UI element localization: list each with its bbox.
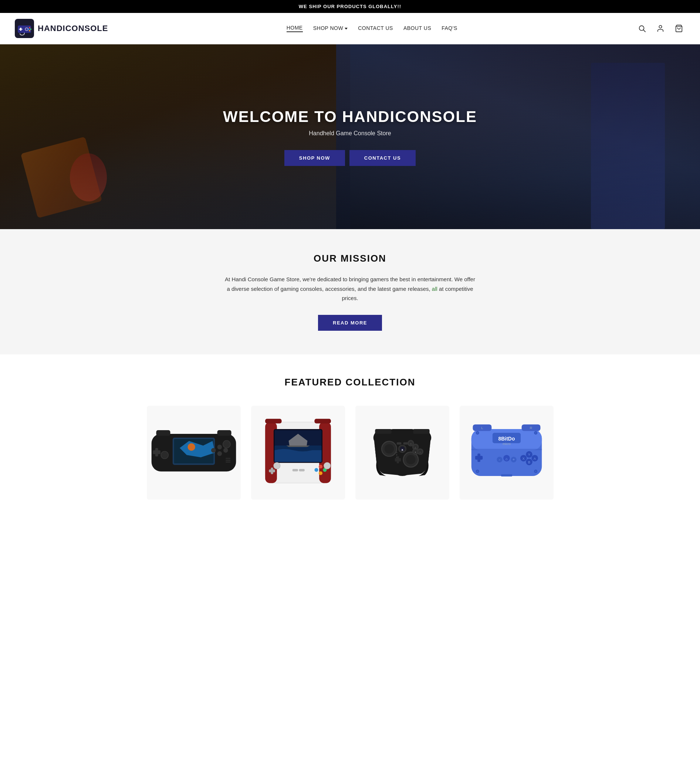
svg-point-75 [396, 456, 397, 458]
svg-rect-67 [413, 429, 430, 434]
svg-text:+: + [512, 457, 515, 461]
svg-text:Y: Y [528, 453, 530, 456]
hero-subtitle: Handheld Game Console Store [223, 130, 477, 137]
svg-rect-45 [299, 469, 304, 471]
svg-rect-44 [292, 469, 298, 471]
svg-point-20 [223, 448, 228, 453]
cart-button[interactable] [673, 22, 685, 35]
nav-about-us[interactable]: ABOUT US [403, 25, 431, 32]
hero-content: WELCOME TO HANDICONSOLE Handheld Game Co… [223, 108, 477, 166]
controller-black-icon: △ ○ □ ✕ X [355, 415, 449, 490]
svg-text:B: B [528, 460, 530, 464]
svg-rect-78 [471, 449, 541, 450]
brand-name: HANDICONSOLE [38, 24, 108, 33]
product-image-4: 8BitDo micro Y A X B [460, 406, 554, 500]
hero-shop-now-button[interactable]: SHOP NOW [284, 150, 345, 166]
nav-faqs[interactable]: FAQ'S [441, 25, 457, 32]
logo-link[interactable]: HANDICONSOLE [15, 19, 108, 38]
svg-point-74 [396, 454, 397, 456]
mission-section: OUR MISSION At Handi Console Game Store,… [0, 229, 700, 354]
svg-point-25 [161, 451, 168, 459]
svg-point-38 [273, 462, 280, 469]
svg-point-49 [384, 444, 393, 453]
svg-point-16 [187, 443, 195, 450]
logo-icon [15, 19, 34, 38]
cart-icon [675, 25, 683, 33]
nav-shop-now[interactable]: SHOP NOW [313, 25, 348, 32]
svg-rect-68 [397, 442, 401, 445]
rg-console-icon [251, 415, 345, 490]
svg-text:micro: micro [503, 442, 511, 446]
svg-point-6 [30, 28, 31, 30]
featured-section: FEATURED COLLECTION [0, 354, 700, 520]
svg-point-42 [318, 471, 322, 475]
svg-rect-66 [375, 429, 391, 434]
product-card-2[interactable] [251, 406, 345, 505]
svg-text:△: △ [415, 446, 416, 449]
svg-text:X: X [522, 457, 525, 460]
header: HANDICONSOLE HOME SHOP NOW CONTACT US AB… [0, 13, 700, 44]
svg-rect-3 [19, 29, 23, 29]
svg-point-7 [28, 28, 29, 30]
svg-point-5 [29, 27, 30, 28]
svg-text:L: L [481, 426, 483, 430]
svg-rect-53 [395, 458, 401, 461]
svg-rect-106 [501, 474, 512, 476]
product-card-3[interactable]: △ ○ □ ✕ X [355, 406, 449, 505]
product-image-2 [251, 406, 345, 500]
svg-rect-83 [475, 456, 482, 460]
product-card-1[interactable] [147, 406, 241, 505]
products-grid: △ ○ □ ✕ X [147, 406, 554, 505]
nav-home[interactable]: HOME [287, 25, 303, 32]
svg-text:□: □ [410, 442, 411, 445]
hero-decor-2 [70, 153, 107, 201]
svg-rect-47 [314, 419, 331, 424]
header-icons [636, 22, 685, 35]
product-image-1 [147, 406, 241, 500]
svg-point-105 [534, 470, 537, 473]
hero-title: WELCOME TO HANDICONSOLE [223, 108, 477, 126]
svg-point-73 [396, 452, 397, 453]
svg-rect-37 [269, 469, 275, 472]
search-icon [638, 25, 646, 33]
login-button[interactable] [654, 22, 667, 35]
svg-line-10 [643, 30, 645, 32]
svg-point-4 [25, 28, 28, 31]
svg-point-102 [476, 431, 479, 434]
svg-text:⌂: ⌂ [505, 457, 507, 461]
hero-buttons: SHOP NOW CONTACT US [223, 150, 477, 166]
chevron-down-icon [345, 28, 348, 29]
main-nav: HOME SHOP NOW CONTACT US ABOUT US FAQ'S [287, 25, 457, 32]
svg-text:A: A [534, 457, 536, 460]
announcement-bar: WE SHIP OUR PRODUCTS GLOBALLY!! [0, 0, 700, 13]
svg-text:R: R [530, 426, 532, 430]
svg-point-43 [323, 462, 330, 469]
product-card-4[interactable]: 8BitDo micro Y A X B [460, 406, 554, 505]
svg-point-21 [217, 451, 222, 456]
mission-text: At Handi Console Game Store, we're dedic… [225, 275, 476, 303]
svg-text:8BitDo: 8BitDo [498, 435, 515, 441]
handheld-console-dark-icon [147, 420, 241, 486]
search-button[interactable] [636, 22, 648, 35]
user-icon [656, 25, 664, 33]
svg-text:-: - [499, 457, 500, 461]
svg-point-22 [211, 448, 216, 453]
nav-contact-us[interactable]: CONTACT US [358, 25, 393, 32]
svg-rect-69 [403, 442, 408, 445]
svg-point-104 [476, 470, 479, 473]
mission-title: OUR MISSION [15, 253, 685, 264]
svg-point-19 [217, 445, 222, 450]
read-more-button[interactable]: READ MORE [318, 315, 382, 331]
hero-decor-3 [591, 63, 665, 229]
announcement-text: WE SHIP OUR PRODUCTS GLOBALLY!! [299, 4, 401, 9]
svg-point-41 [314, 468, 318, 471]
hero-contact-us-button[interactable]: CONTACT US [349, 150, 416, 166]
svg-rect-24 [217, 430, 231, 436]
svg-point-39 [318, 465, 322, 469]
featured-title: FEATURED COLLECTION [15, 376, 685, 388]
mission-all-link[interactable]: all [432, 286, 438, 292]
svg-point-103 [534, 431, 537, 434]
hero-section: WELCOME TO HANDICONSOLE Handheld Game Co… [0, 44, 700, 229]
product-image-3: △ ○ □ ✕ X [355, 406, 449, 500]
svg-point-51 [406, 455, 415, 464]
